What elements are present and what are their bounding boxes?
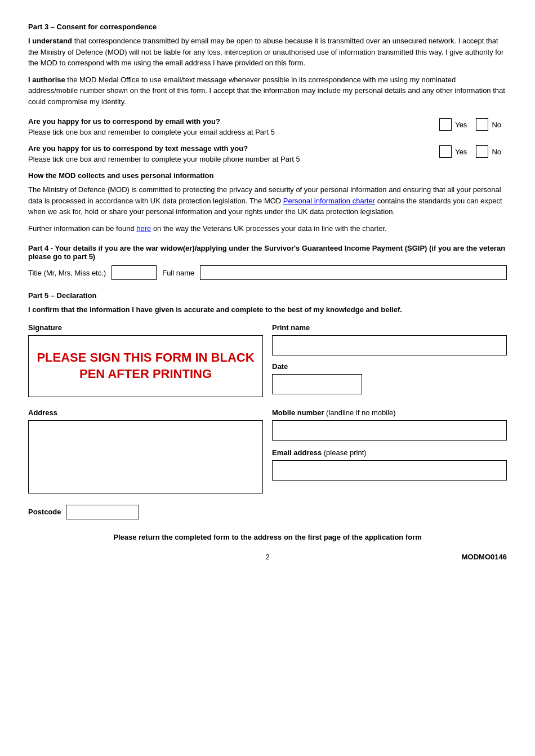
- part4-fullname-input[interactable]: [200, 265, 507, 280]
- email-no-checkbox[interactable]: [476, 118, 488, 131]
- mod-para2-start: Further information can be found: [28, 224, 136, 233]
- text-consent-title: Are you happy for us to correspond by te…: [28, 144, 428, 153]
- part4-name-row: Title (Mr, Mrs, Miss etc.) Full name: [28, 265, 507, 280]
- signature-label: Signature: [28, 323, 263, 332]
- sign-text: PLEASE SIGN THIS FORM IN BLACKPEN AFTER …: [37, 350, 254, 382]
- email-consent-title: Are you happy for us to correspond by em…: [28, 117, 428, 126]
- part3-title: Part 3 – Consent for correspondence: [28, 23, 507, 31]
- part4-title-input[interactable]: [112, 265, 157, 280]
- address-col: Address: [28, 408, 263, 493]
- postcode-label: Postcode: [28, 508, 61, 516]
- mod-para2: Further information can be found here on…: [28, 223, 507, 234]
- part3-para2: I authorise the MOD Medal Office to use …: [28, 74, 507, 108]
- part4-title-label: Title (Mr, Mrs, Miss etc.): [28, 269, 106, 277]
- footer-return: Please return the completed form to the …: [28, 533, 507, 541]
- email-consent-sub: Please tick one box and remember to comp…: [28, 128, 428, 136]
- text-consent-sub: Please tick one box and remember to comp…: [28, 155, 428, 163]
- email-yes-label: Yes: [455, 121, 467, 129]
- printname-date-col: Print name Date: [272, 323, 507, 397]
- text-yes-label: Yes: [455, 148, 467, 156]
- part3-para1-rest: that correspondence transmitted by email…: [28, 37, 503, 67]
- postcode-input[interactable]: [66, 505, 139, 519]
- mobile-label: Mobile number (landline if no mobile): [272, 408, 507, 417]
- email-consent-row: Are you happy for us to correspond by em…: [28, 117, 507, 136]
- declaration-grid: Signature PLEASE SIGN THIS FORM IN BLACK…: [28, 323, 507, 397]
- email-consent-text: Are you happy for us to correspond by em…: [28, 117, 439, 136]
- mobile-email-col: Mobile number (landline if no mobile) Em…: [272, 408, 507, 493]
- mod-para1: The Ministry of Defence (MOD) is committ…: [28, 184, 507, 217]
- address-label: Address: [28, 408, 263, 417]
- date-label: Date: [272, 362, 507, 371]
- part3-para2-bold: I authorise: [28, 75, 65, 84]
- mobile-box[interactable]: [272, 420, 507, 441]
- address-box[interactable]: [28, 420, 263, 493]
- mod-para2-end: on the way the Veterans UK processes you…: [151, 224, 386, 233]
- form-code: MODMO0146: [347, 553, 507, 561]
- footer-left-spacer: [28, 553, 188, 561]
- text-consent-row: Are you happy for us to correspond by te…: [28, 144, 507, 163]
- postcode-row: Postcode: [28, 505, 507, 519]
- date-box[interactable]: [272, 374, 362, 394]
- part3-para2-rest: the MOD Medal Office to use email/text m…: [28, 75, 505, 106]
- footer-row: 2 MODMO0146: [28, 553, 507, 561]
- personal-info-charter-link[interactable]: Personal information charter: [283, 197, 375, 205]
- text-no-label: No: [492, 148, 501, 156]
- here-link[interactable]: here: [136, 224, 151, 233]
- part4-title: Part 4 - Your details if you are the war…: [28, 244, 507, 261]
- text-yes-checkbox[interactable]: [439, 145, 452, 158]
- mod-section-title: How the MOD collects and uses personal i…: [28, 171, 507, 180]
- text-consent-text: Are you happy for us to correspond by te…: [28, 144, 439, 163]
- part3-para1: I understand that correspondence transmi…: [28, 35, 507, 69]
- part5-title: Part 5 – Declaration: [28, 291, 507, 300]
- print-name-label: Print name: [272, 323, 507, 332]
- page-number: 2: [188, 553, 347, 561]
- email-box[interactable]: [272, 460, 507, 481]
- address-grid: Address Mobile number (landline if no mo…: [28, 408, 507, 493]
- signature-box[interactable]: PLEASE SIGN THIS FORM IN BLACKPEN AFTER …: [28, 335, 263, 397]
- part4-fullname-label: Full name: [162, 269, 194, 277]
- part3-para1-bold: I understand: [28, 37, 72, 45]
- email-no-label: No: [492, 121, 501, 129]
- email-yes-checkbox[interactable]: [439, 118, 452, 131]
- text-yes-no: Yes No: [439, 144, 507, 158]
- email-label: Email address (please print): [272, 448, 507, 457]
- signature-col: Signature PLEASE SIGN THIS FORM IN BLACK…: [28, 323, 263, 397]
- email-yes-no: Yes No: [439, 117, 507, 131]
- text-no-checkbox[interactable]: [476, 145, 488, 158]
- part5-confirm: I confirm that the information I have gi…: [28, 304, 507, 315]
- print-name-box[interactable]: [272, 335, 507, 355]
